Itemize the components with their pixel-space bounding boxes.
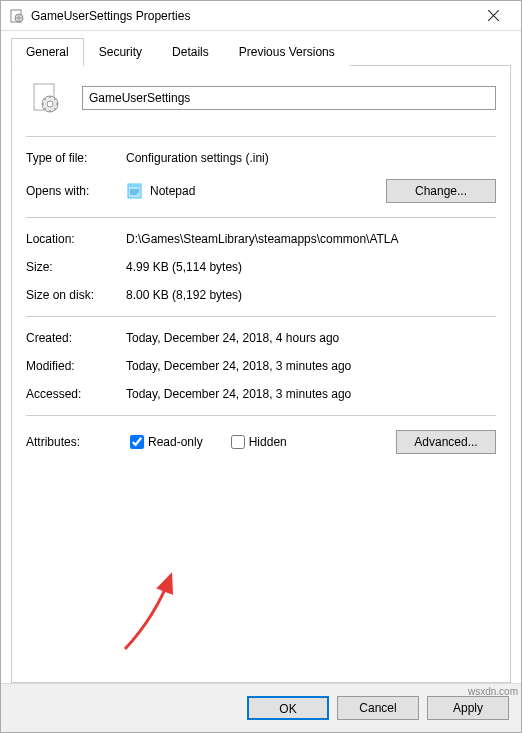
readonly-checkbox-wrap[interactable]: Read-only (126, 432, 203, 452)
ok-button[interactable]: OK (247, 696, 329, 720)
hidden-checkbox[interactable] (231, 435, 245, 449)
svg-point-4 (47, 101, 53, 107)
ini-file-icon (26, 78, 66, 118)
tab-strip: General Security Details Previous Versio… (11, 37, 511, 66)
value-type-of-file: Configuration settings (.ini) (126, 151, 496, 165)
value-size-on-disk: 8.00 KB (8,192 bytes) (126, 288, 496, 302)
label-created: Created: (26, 331, 126, 345)
svg-rect-6 (128, 184, 141, 187)
file-settings-icon (9, 8, 25, 24)
hidden-label: Hidden (249, 435, 287, 449)
label-type-of-file: Type of file: (26, 151, 126, 165)
divider (26, 316, 496, 317)
divider (26, 415, 496, 416)
tab-details[interactable]: Details (157, 38, 224, 66)
cancel-button[interactable]: Cancel (337, 696, 419, 720)
advanced-button[interactable]: Advanced... (396, 430, 496, 454)
notepad-icon (126, 182, 144, 200)
readonly-checkbox[interactable] (130, 435, 144, 449)
tab-previous-versions[interactable]: Previous Versions (224, 38, 350, 66)
value-opens-with: Notepad (150, 184, 386, 198)
change-button[interactable]: Change... (386, 179, 496, 203)
value-size: 4.99 KB (5,114 bytes) (126, 260, 496, 274)
apply-button[interactable]: Apply (427, 696, 509, 720)
value-accessed: Today, December 24, 2018, 3 minutes ago (126, 387, 496, 401)
label-accessed: Accessed: (26, 387, 126, 401)
label-location: Location: (26, 232, 126, 246)
label-attributes: Attributes: (26, 435, 126, 449)
readonly-label: Read-only (148, 435, 203, 449)
tab-general[interactable]: General (11, 38, 84, 66)
label-size-on-disk: Size on disk: (26, 288, 126, 302)
general-panel: Type of file: Configuration settings (.i… (11, 66, 511, 683)
label-size: Size: (26, 260, 126, 274)
value-modified: Today, December 24, 2018, 3 minutes ago (126, 359, 496, 373)
label-opens-with: Opens with: (26, 184, 126, 198)
divider (26, 136, 496, 137)
titlebar: GameUserSettings Properties (1, 1, 521, 31)
window-title: GameUserSettings Properties (31, 9, 473, 23)
content-area: General Security Details Previous Versio… (1, 31, 521, 683)
divider (26, 217, 496, 218)
properties-dialog: GameUserSettings Properties General Secu… (0, 0, 522, 733)
close-button[interactable] (473, 2, 513, 30)
watermark: wsxdn.com (468, 686, 518, 697)
value-created: Today, December 24, 2018, 4 hours ago (126, 331, 496, 345)
dialog-buttons: OK Cancel Apply (1, 683, 521, 732)
label-modified: Modified: (26, 359, 126, 373)
filename-input[interactable] (82, 86, 496, 110)
hidden-checkbox-wrap[interactable]: Hidden (227, 432, 287, 452)
value-location: D:\Games\SteamLibrary\steamapps\common\A… (126, 232, 496, 246)
tab-security[interactable]: Security (84, 38, 157, 66)
